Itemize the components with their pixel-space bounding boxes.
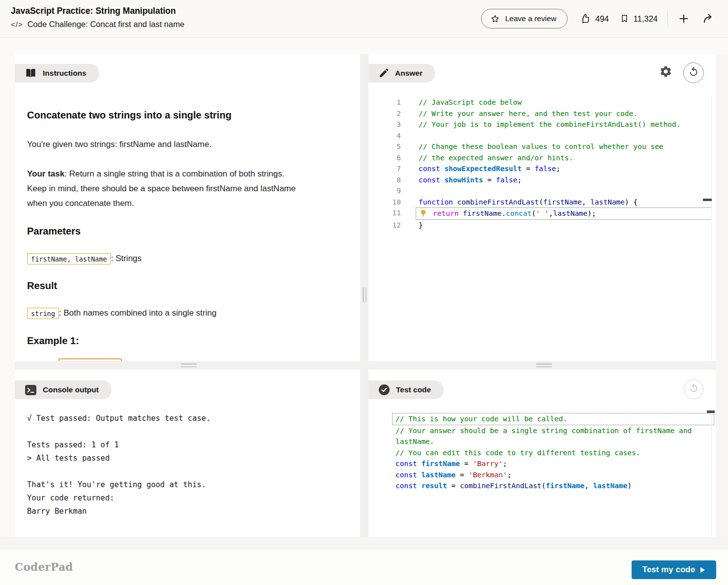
horizontal-split-gutter [15, 361, 716, 370]
answer-code-line[interactable]: 7const showExpectedResult = false; [368, 163, 716, 175]
answer-editor-scrollbar-track [711, 96, 712, 361]
console-line [27, 425, 354, 439]
terminal-icon [25, 385, 36, 395]
test-code-line[interactable]: // This is how your code will be called. [392, 413, 714, 425]
console-line: --- -- -- -- -- -- -- -- -- -- -- -- [27, 531, 354, 537]
test-code-line[interactable]: // Your answer should be a single string… [393, 425, 713, 447]
workspace-bottom-strip [0, 537, 728, 550]
console-panel: Console output √ Test passed: Output mat… [15, 370, 360, 537]
console-line: > All tests passed [27, 452, 354, 465]
reset-answer-button[interactable] [683, 62, 704, 83]
play-triangle-icon [700, 567, 705, 573]
line-number: 6 [368, 152, 401, 164]
code-brackets-icon: </> [11, 20, 23, 29]
star-icon [490, 14, 500, 24]
bookmarks-stat[interactable]: 11,324 [620, 13, 658, 24]
instructions-panel: Instructions Concatenate two strings int… [15, 54, 360, 361]
tab-test-code-label: Test code [396, 385, 431, 394]
header-actions: Leave a review 494 11,324 [481, 8, 715, 29]
horizontal-split-handle-right[interactable] [536, 363, 552, 367]
likes-stat[interactable]: 494 [579, 13, 609, 25]
editor-settings-button[interactable] [659, 65, 672, 80]
task-paragraph: Your task: Return a single string that i… [27, 167, 348, 211]
line-number: 2 [368, 108, 401, 119]
answer-code-line[interactable]: 11return firstName.concat(' ',lastName); [368, 207, 716, 220]
example-heading: Example 1: [27, 334, 348, 347]
answer-code-editor[interactable]: 1// JavaScript code below2// Write your … [368, 97, 716, 231]
line-number: 10 [368, 197, 401, 208]
line-number: 7 [368, 163, 401, 175]
challenge-subtitle-text: Code Challenge: Concat first and last na… [28, 20, 184, 29]
answer-code-line[interactable]: 1// JavaScript code below [368, 97, 716, 108]
test-code-line[interactable]: const result = combineFirstAndLast(first… [393, 480, 713, 492]
test-code-editor[interactable]: // This is how your code will be called.… [393, 413, 713, 492]
open-book-icon [25, 68, 36, 78]
line-number: 11 [368, 207, 401, 220]
tab-instructions[interactable]: Instructions [15, 64, 99, 83]
test-editor-scrollbar-thumb[interactable] [707, 410, 715, 413]
tab-instructions-label: Instructions [43, 69, 87, 78]
task-label: Your task [27, 169, 64, 178]
answer-editor-scrollbar-thumb[interactable] [703, 199, 712, 201]
console-line [27, 465, 354, 478]
horizontal-split-handle-left[interactable] [181, 363, 197, 367]
answer-code-line[interactable]: 5// Change these boolean values to contr… [368, 141, 716, 152]
test-my-code-label: Test my code [642, 565, 695, 575]
instructions-paragraph: You're given two strings: firstName and … [27, 137, 348, 152]
console-line: That's it! You're getting good at this. [27, 478, 354, 492]
parameters-description: : Strings [111, 254, 141, 263]
result-row: string: Both names combined into a singl… [27, 306, 348, 320]
tab-test-code[interactable]: Test code [368, 380, 444, 399]
reset-test-code-button[interactable] [684, 380, 703, 399]
line-number: 1 [368, 97, 401, 108]
test-code-line[interactable]: const lastName = 'Berkman'; [393, 469, 713, 481]
tab-answer-label: Answer [395, 69, 423, 78]
coderpad-logo: CoderPad [15, 561, 73, 573]
leave-review-label: Leave a review [505, 14, 556, 23]
thumbs-up-icon [579, 13, 591, 25]
bookmark-icon [620, 13, 629, 24]
lightbulb-icon [420, 209, 427, 217]
task-text: : Return a single string that is a combi… [27, 169, 296, 208]
line-number: 3 [368, 119, 401, 130]
add-button[interactable] [678, 13, 690, 25]
result-description: : Both names combined into a single stri… [59, 308, 216, 318]
test-code-line[interactable]: // You can edit this code to try differe… [393, 447, 713, 459]
answer-code-line[interactable]: 8const showHints = false; [368, 175, 716, 186]
instructions-heading: Concatenate two strings into a single st… [27, 109, 348, 121]
parameters-row: firstName, lastName: Strings [27, 252, 348, 265]
answer-code-line[interactable]: 10function combineFirstAndLast(firstName… [368, 197, 716, 208]
console-line: Your code returned: [27, 492, 354, 505]
share-button[interactable] [702, 13, 715, 25]
likes-count: 494 [595, 14, 609, 24]
test-my-code-button[interactable]: Test my code [632, 560, 716, 579]
answer-panel: Answer 1// JavaScript code below2// Writ… [368, 54, 716, 361]
tab-answer[interactable]: Answer [368, 64, 435, 83]
test-code-line[interactable]: const firstName = 'Barry'; [393, 458, 713, 469]
parameters-heading: Parameters [27, 225, 348, 237]
console-output-text: √ Test passed: Output matches test case.… [27, 412, 354, 537]
answer-code-line[interactable]: 4 [368, 130, 716, 142]
answer-code-line[interactable]: 2// Write your answer here, and then tes… [368, 108, 716, 119]
console-line: Tests passed: 1 of 1 [27, 439, 354, 452]
result-chip: string [27, 308, 59, 319]
answer-code-line[interactable]: 6// the expected answer and/or hints. [368, 152, 716, 164]
vertical-split-handle[interactable] [362, 288, 367, 302]
line-number: 4 [368, 130, 401, 142]
tab-console-output-label: Console output [43, 385, 99, 394]
console-line: Barry Berkman [27, 505, 354, 518]
challenge-subtitle: </> Code Challenge: Concat first and las… [11, 20, 184, 29]
example-code-block-partial [59, 358, 122, 361]
answer-code-line[interactable]: 12} [368, 220, 716, 231]
result-heading: Result [27, 279, 348, 292]
console-line: √ Test passed: Output matches test case. [27, 412, 354, 425]
bookmarks-count: 11,324 [634, 14, 658, 24]
tab-console-output[interactable]: Console output [15, 380, 112, 399]
answer-code-line[interactable]: 3// Your job is to implement the combine… [368, 119, 716, 130]
workspace-right-margin [716, 54, 728, 537]
answer-code-line[interactable]: 9 [368, 185, 716, 197]
check-circle-icon [379, 384, 390, 395]
test-code-panel: Test code // This is how your code will … [368, 370, 716, 537]
line-number: 9 [368, 185, 401, 197]
leave-review-button[interactable]: Leave a review [481, 9, 568, 29]
